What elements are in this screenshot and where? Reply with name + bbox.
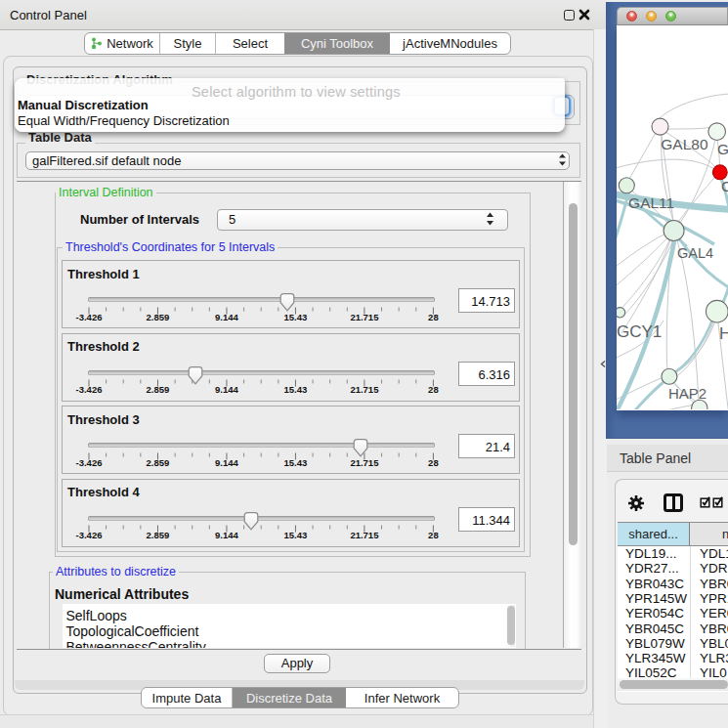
svg-text:GCY1: GCY1 — [617, 322, 662, 341]
svg-text:G.: G. — [717, 141, 728, 157]
svg-text:C: C — [721, 178, 728, 194]
svg-text:HAP2: HAP2 — [668, 385, 707, 402]
svg-text:GAL4: GAL4 — [677, 245, 713, 261]
svg-text:GAL11: GAL11 — [628, 194, 674, 211]
svg-text:H: H — [719, 324, 728, 343]
svg-text:GAL80: GAL80 — [661, 136, 708, 152]
